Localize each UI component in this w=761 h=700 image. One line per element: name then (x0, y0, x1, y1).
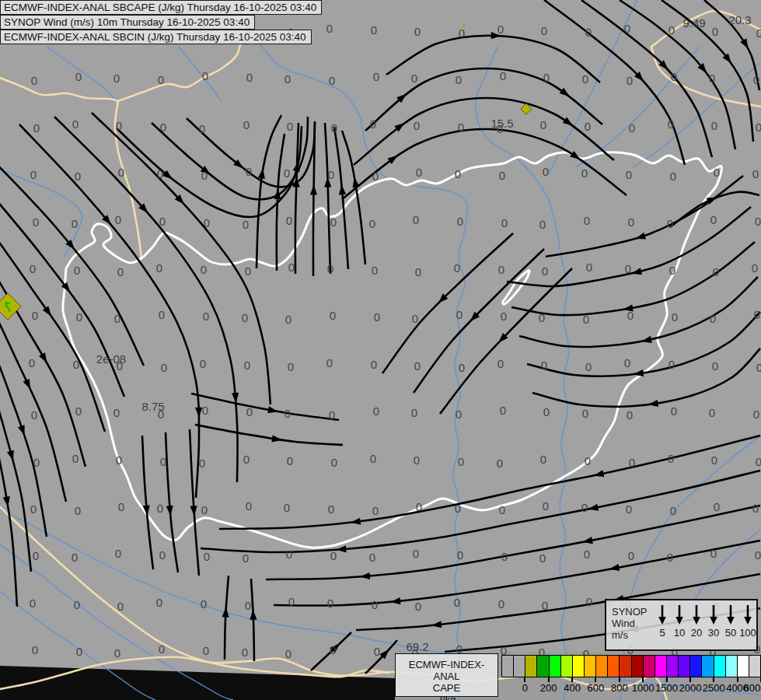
grid-zero-value: 0 (243, 453, 250, 466)
grid-zero-value: 0 (499, 169, 505, 182)
grid-zero-value: 0 (33, 456, 40, 469)
grid-zero-value: 0 (330, 643, 336, 656)
cape-color-cell (608, 656, 620, 677)
grid-zero-value: 0 (159, 548, 166, 562)
grid-zero-value: 0 (31, 74, 37, 87)
synop-speed-item: 50 (722, 604, 739, 649)
grid-zero-value: 0 (328, 168, 334, 181)
grid-zero-value: 0 (586, 595, 592, 608)
grid-zero-value: 0 (331, 456, 337, 469)
cape-legend-title-line1: ECMWF-INDEX-ANAL (396, 659, 497, 682)
grid-zero-value: 0 (327, 597, 333, 610)
grid-zero-value: 0 (457, 548, 463, 562)
grid-zero-value: 0 (752, 167, 759, 180)
grid-zero-value: 0 (372, 598, 378, 611)
grid-zero-value: 0 (73, 358, 79, 371)
grid-zero-value: 0 (416, 500, 422, 513)
grid-zero-value: 0 (369, 217, 375, 230)
cape-tick-label: 400 (564, 682, 581, 694)
grid-zero-value: 0 (329, 408, 335, 422)
cape-color-cell (573, 656, 585, 677)
grid-zero-value: 0 (158, 73, 164, 86)
grid-zero-value: 0 (669, 264, 675, 277)
cape-color-cell (726, 656, 738, 677)
grid-zero-value: 0 (585, 120, 591, 133)
grid-zero-value: 0 (374, 310, 380, 324)
grid-zero-value: 0 (242, 311, 248, 324)
grid-zero-value: 0 (371, 23, 377, 37)
grid-zero-value: 0 (244, 359, 250, 372)
grid-zero-value: 0 (30, 168, 37, 181)
grid-zero-value: 0 (670, 504, 676, 517)
grid-zero-value: 0 (243, 118, 250, 131)
grid-zero-value: 0 (458, 121, 464, 134)
grid-zero-value: 0 (540, 118, 546, 131)
grid-zero-value: 0 (115, 213, 121, 226)
grid-zero-value: 0 (201, 263, 207, 276)
grid-zero-value: 0 (457, 215, 463, 228)
cape-color-cell (667, 656, 679, 677)
grid-zero-value: 0 (330, 215, 337, 229)
grid-zero-value: 0 (714, 500, 720, 513)
synop-speed-item: 30 (705, 604, 722, 649)
grid-zero-value: 0 (118, 500, 124, 513)
grid-zero-value: 0 (370, 117, 376, 131)
grid-zero-value: 0 (415, 600, 421, 613)
grid-zero-value: 0 (156, 596, 162, 609)
grid-zero-value: 0 (712, 359, 718, 373)
grid-zero-value: 0 (755, 215, 761, 228)
grid-zero-value: 0 (157, 502, 163, 515)
header-line-synop-wind: SYNOP Wind (m/s) 10m Thursday 16-10-2025… (0, 15, 255, 30)
grid-zero-value: 0 (627, 309, 634, 322)
grid-zero-value: 0 (498, 597, 504, 611)
grid-zero-value: 0 (629, 456, 635, 469)
grid-zero-value: 0 (30, 262, 36, 275)
grid-zero-value: 0 (501, 310, 507, 323)
station-value: 15.5 (490, 117, 513, 130)
grid-zero-value: 0 (414, 119, 420, 132)
grid-zero-value: 0 (115, 547, 121, 560)
grid-zero-value: 0 (285, 313, 291, 326)
grid-zero-value: 0 (33, 215, 39, 229)
grid-zero-value: 0 (497, 23, 504, 36)
cape-legend-title-line3: J/kg (396, 694, 497, 700)
grid-zero-value: 0 (585, 360, 592, 373)
grid-zero-value: 0 (72, 452, 79, 465)
grid-zero-value: 0 (157, 167, 163, 180)
grid-zero-value: 0 (32, 309, 38, 322)
grid-zero-value: 0 (543, 71, 550, 84)
grid-zero-value: 0 (416, 166, 422, 179)
grid-zero-value: 0 (74, 598, 80, 611)
grid-zero-value: 0 (30, 502, 37, 516)
wind-down-arrow-icon (708, 604, 719, 625)
cape-color-cell (702, 656, 714, 677)
grid-zero-value: 0 (242, 646, 248, 659)
grid-zero-value: 0 (711, 453, 717, 467)
grid-zero-value: 0 (330, 309, 336, 322)
grid-zero-value: 0 (243, 551, 249, 565)
grid-zero-value: 0 (497, 457, 503, 470)
cape-tick-label: 600 (588, 682, 605, 694)
grid-zero-value: 0 (412, 312, 418, 325)
grid-zero-value: 0 (161, 361, 167, 374)
grid-zero-value: 0 (159, 642, 165, 656)
grid-zero-value: 0 (627, 74, 633, 87)
cape-color-cell (620, 656, 631, 677)
grid-zero-value: 0 (543, 405, 550, 418)
grid-zero-value: 0 (753, 73, 759, 86)
grid-zero-value: 0 (584, 214, 590, 227)
grid-zero-value: 0 (710, 213, 717, 226)
grid-zero-value: 0 (243, 218, 249, 231)
grid-zero-value: 0 (756, 121, 761, 134)
synop-speed-value: 5 (654, 627, 671, 639)
grid-zero-value: 0 (454, 261, 460, 275)
grid-zero-value: 0 (500, 69, 506, 82)
grid-zero-value: 0 (454, 596, 460, 609)
grid-zero-value: 0 (671, 404, 677, 418)
grid-zero-value: 0 (117, 600, 124, 613)
station-value: 2e-08 (96, 352, 126, 366)
synop-speed-value: 10 (671, 627, 688, 639)
grid-zero-value: 0 (710, 547, 717, 560)
grid-zero-value: 0 (539, 218, 546, 231)
header-line-sbcape: ECMWF-INDEX-ANAL SBCAPE (J/kg) Thursday … (0, 0, 322, 15)
